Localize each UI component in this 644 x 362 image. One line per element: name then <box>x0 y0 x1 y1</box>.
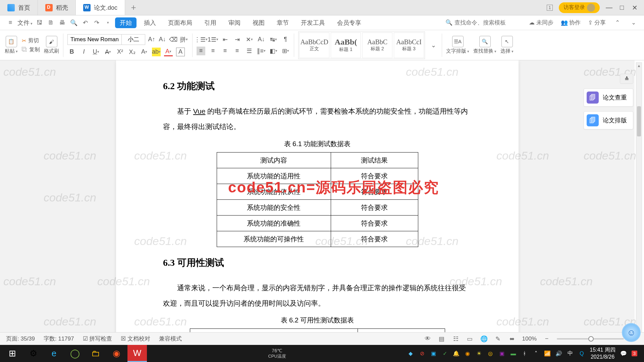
page-indicator[interactable]: 页面: 35/39 <box>6 335 35 343</box>
obs-icon[interactable]: ⚙ <box>23 345 43 362</box>
tray-icon[interactable]: ◆ <box>407 350 414 357</box>
increase-indent-icon[interactable]: ⇥ <box>233 35 241 44</box>
tab-doke[interactable]: 稻壳 <box>38 0 76 15</box>
paste-group[interactable]: 📋粘贴 <box>5 36 18 54</box>
char-scale-icon[interactable]: ✕ <box>245 35 254 44</box>
superscript-icon[interactable]: X² <box>116 48 124 56</box>
sync-status[interactable]: ☁ 未同步 <box>529 19 553 26</box>
style-heading1[interactable]: AaBb(标题 1 <box>331 33 361 58</box>
align-center-icon[interactable]: ≡ <box>209 47 217 55</box>
increase-font-icon[interactable]: A↑ <box>147 35 156 44</box>
scroll-up-icon[interactable]: ▲ <box>636 63 642 69</box>
tab-home[interactable]: 首页 <box>0 0 38 15</box>
cut-button[interactable]: 剪切 <box>22 37 40 44</box>
menu-chapter[interactable]: 章节 <box>272 17 293 28</box>
save-icon[interactable]: 🖫 <box>35 18 44 27</box>
zoom-out-icon[interactable]: − <box>543 335 551 343</box>
scroll-thumb[interactable] <box>637 106 641 136</box>
zoom-thumb[interactable] <box>588 336 594 342</box>
shading-icon[interactable]: ◧ <box>269 47 278 55</box>
print-preview-icon[interactable]: 🗎 <box>47 18 55 27</box>
tray-icon[interactable]: ◉ <box>464 350 471 357</box>
edit-icon[interactable]: ✎ <box>494 335 502 343</box>
show-marks-icon[interactable]: ¶ <box>281 35 290 44</box>
style-heading3[interactable]: AaBbCcI标题 3 <box>394 33 424 58</box>
thesis-check-button[interactable]: 🗐论文查重 <box>584 88 633 107</box>
volume-icon[interactable]: 🔊 <box>555 350 562 357</box>
web-view-icon[interactable]: 🌐 <box>480 335 488 343</box>
text-effect-icon[interactable]: A <box>140 48 149 56</box>
menu-layout[interactable]: 页面布局 <box>163 17 197 28</box>
notifications-icon[interactable]: 🔔 <box>453 350 460 357</box>
numbering-icon[interactable]: 1☰ <box>209 35 217 44</box>
close-button[interactable]: ✕ <box>631 4 638 11</box>
ie-icon[interactable]: e <box>44 345 64 362</box>
menu-start[interactable]: 开始 <box>115 17 137 28</box>
ime-icon[interactable]: 中 <box>567 350 574 357</box>
distribute-icon[interactable]: ☰ <box>245 47 254 55</box>
collaborate-button[interactable]: 👥 协作 <box>561 19 581 26</box>
style-more-icon[interactable]: ⌄ <box>429 41 438 50</box>
decrease-indent-icon[interactable]: ⇤ <box>221 35 229 44</box>
wps-icon[interactable]: W <box>127 345 147 362</box>
tray-icon[interactable]: Q <box>578 350 585 357</box>
menu-member[interactable]: 会员专享 <box>332 17 366 28</box>
file-menu[interactable]: 文件 <box>17 19 33 27</box>
vertical-scrollbar[interactable]: ▲ ▼ <box>636 62 642 343</box>
format-painter[interactable]: 🖌格式刷 <box>44 36 59 54</box>
spell-check[interactable]: ☑ 拼写检查 <box>83 335 112 343</box>
bluetooth-icon[interactable]: ᚼ <box>521 350 528 357</box>
align-left-icon[interactable]: ≡ <box>197 47 205 55</box>
print-icon[interactable]: 🖶 <box>58 18 67 27</box>
justify-icon[interactable]: ≡ <box>233 47 241 55</box>
tray-icon[interactable]: ✓ <box>441 350 448 357</box>
tray-icon[interactable]: ▬ <box>510 350 517 357</box>
minimize-button[interactable]: — <box>606 4 612 11</box>
word-count[interactable]: 字数: 11797 <box>44 335 74 343</box>
subscript-icon[interactable]: X₂ <box>128 48 137 56</box>
action-center-icon[interactable]: 💬 <box>620 350 627 357</box>
menu-review[interactable]: 审阅 <box>224 17 245 28</box>
page-view-icon[interactable]: ▤ <box>438 335 446 343</box>
find-replace[interactable]: 🔍查找替换 <box>473 36 496 54</box>
copy-button[interactable]: 复制 <box>22 46 40 53</box>
zoom-level[interactable]: 100% <box>522 336 537 342</box>
cpu-widget[interactable]: 76℃ CPU温度 <box>268 348 286 359</box>
phonetic-icon[interactable]: 拼 <box>179 35 188 44</box>
zoom-slider[interactable] <box>557 338 624 340</box>
text-layout[interactable]: ☰A文字排版 <box>446 36 469 54</box>
app-icon[interactable]: ◉ <box>107 345 126 362</box>
window-count[interactable]: 1 <box>547 5 553 11</box>
redo-icon[interactable]: ↷ <box>92 18 101 27</box>
clear-format-icon[interactable]: ⌫ <box>169 35 177 44</box>
font-color-icon[interactable]: A <box>164 48 173 56</box>
menu-view[interactable]: 视图 <box>248 17 269 28</box>
style-heading2[interactable]: AaBbC标题 2 <box>362 33 392 58</box>
font-family-input[interactable] <box>68 35 121 45</box>
taskbar-clock[interactable]: 15:41 周四2021/8/26 <box>590 347 615 361</box>
menu-devtools[interactable]: 开发工具 <box>296 17 330 28</box>
char-border-icon[interactable]: A <box>176 48 185 56</box>
bold-icon[interactable]: B <box>67 48 76 56</box>
hamburger-icon[interactable]: ≡ <box>6 18 15 27</box>
menu-reference[interactable]: 引用 <box>200 17 221 28</box>
tray-icon[interactable]: ▣ <box>430 350 437 357</box>
border-icon[interactable]: ⊞ <box>281 47 290 55</box>
browser-icon[interactable]: ◯ <box>65 345 85 362</box>
select-menu[interactable]: ↖选择 <box>500 36 514 54</box>
highlight-icon[interactable]: ab <box>152 48 161 56</box>
maximize-button[interactable]: □ <box>619 4 625 11</box>
eye-icon[interactable]: 👁 <box>424 335 432 343</box>
fit-width-icon[interactable]: ⬌ <box>508 335 516 343</box>
explorer-icon[interactable]: 🗀 <box>86 345 105 362</box>
style-normal[interactable]: AaBbCcD正文 <box>299 33 329 58</box>
line-spacing-icon[interactable]: ‖≡ <box>257 47 266 55</box>
wifi-icon[interactable]: 📶 <box>544 350 551 357</box>
tray-up-icon[interactable]: ˄ <box>533 350 539 357</box>
align-right-icon[interactable]: ≡ <box>221 47 229 55</box>
strikethrough-icon[interactable]: A̶ <box>104 48 112 56</box>
tray-icon[interactable]: ☀ <box>476 350 482 357</box>
tray-icon[interactable]: ▣ <box>498 350 505 357</box>
share-button[interactable]: ⇪ 分享 <box>588 19 606 26</box>
command-search[interactable]: 🔍 <box>445 19 522 26</box>
